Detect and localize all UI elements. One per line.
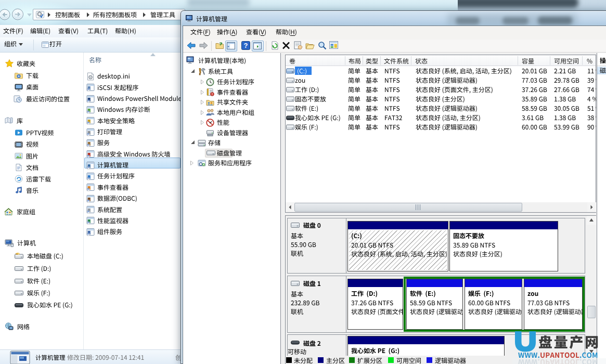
svg-text:?: ?	[244, 42, 248, 49]
